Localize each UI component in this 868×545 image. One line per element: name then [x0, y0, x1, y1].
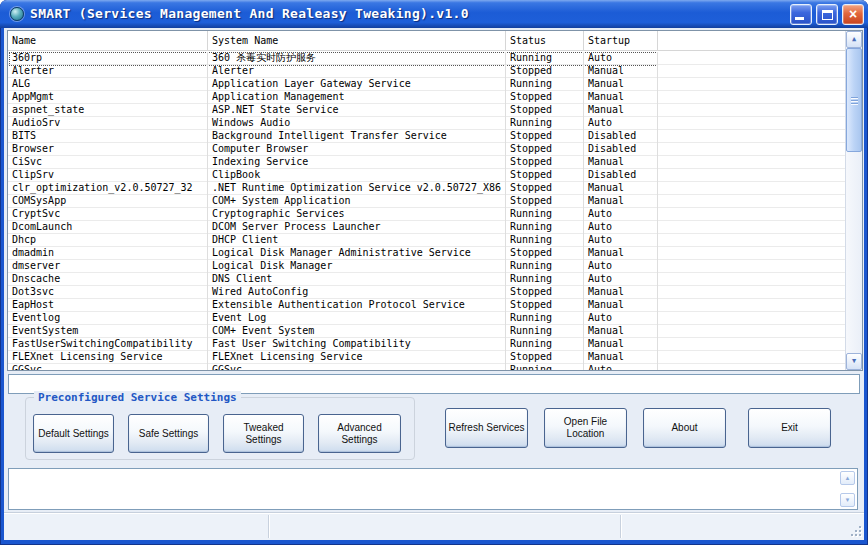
system-name-cell: ClipBook: [208, 169, 506, 181]
table-row[interactable]: EventlogEvent LogRunningAuto: [8, 312, 845, 325]
table-row[interactable]: ALGApplication Layer Gateway ServiceRunn…: [8, 78, 845, 91]
status-pane-2: [272, 513, 618, 540]
status-cell: Stopped: [506, 351, 584, 363]
service-name-cell: GGSvc: [8, 364, 208, 370]
system-name-cell: Indexing Service: [208, 156, 506, 168]
startup-cell: Manual: [584, 325, 658, 337]
table-row[interactable]: AlerterAlerterStoppedManual: [8, 65, 845, 78]
startup-cell: Manual: [584, 65, 658, 77]
startup-cell: Auto: [584, 221, 658, 233]
default-settings-button[interactable]: Default Settings: [33, 414, 114, 453]
table-row[interactable]: 360rp360 杀毒实时防护服务RunningAuto: [8, 52, 845, 65]
column-header-status[interactable]: Status: [506, 31, 584, 51]
table-row[interactable]: DnscacheDNS ClientRunningAuto: [8, 273, 845, 286]
app-icon[interactable]: [10, 7, 24, 21]
startup-cell: Manual: [584, 299, 658, 311]
service-name-cell: COMSysApp: [8, 195, 208, 207]
tweaked-settings-button[interactable]: Tweaked Settings: [223, 414, 304, 453]
advanced-settings-button[interactable]: Advanced Settings: [318, 414, 401, 453]
service-name-cell: Eventlog: [8, 312, 208, 324]
app-window: SMART (Services Management And Realeasy …: [0, 0, 868, 545]
scrollbar-thumb[interactable]: [846, 48, 862, 152]
table-row[interactable]: ClipSrvClipBookStoppedDisabled: [8, 169, 845, 182]
status-pane-1: [8, 513, 266, 540]
startup-cell: Auto: [584, 312, 658, 324]
system-name-cell: Logical Disk Manager: [208, 260, 506, 272]
table-row[interactable]: BrowserComputer BrowserStoppedDisabled: [8, 143, 845, 156]
system-name-cell: Logical Disk Manager Administrative Serv…: [208, 247, 506, 259]
table-row[interactable]: GGSvcGGSvcRunningAuto: [8, 364, 845, 370]
table-row[interactable]: clr_optimization_v2.0.50727_32.NET Runti…: [8, 182, 845, 195]
startup-cell: Manual: [584, 182, 658, 194]
column-gridline: [657, 52, 658, 370]
log-scroll-down-icon[interactable]: ▼: [840, 493, 855, 507]
status-pane-3: [624, 513, 844, 540]
status-cell: Stopped: [506, 91, 584, 103]
system-name-cell: DCOM Server Process Launcher: [208, 221, 506, 233]
system-name-cell: Cryptographic Services: [208, 208, 506, 220]
table-row[interactable]: DhcpDHCP ClientRunningAuto: [8, 234, 845, 247]
service-name-cell: FastUserSwitchingCompatibility: [8, 338, 208, 350]
vertical-scrollbar[interactable]: ▲ ▼: [845, 31, 862, 370]
status-cell: Stopped: [506, 169, 584, 181]
startup-cell: Manual: [584, 351, 658, 363]
table-row[interactable]: EapHostExtensible Authentication Protoco…: [8, 299, 845, 312]
startup-cell: Manual: [584, 338, 658, 350]
table-row[interactable]: CryptSvcCryptographic ServicesRunningAut…: [8, 208, 845, 221]
column-header-system-name[interactable]: System Name: [208, 31, 506, 51]
service-name-cell: Alerter: [8, 65, 208, 77]
table-row[interactable]: dmserverLogical Disk ManagerRunningAuto: [8, 260, 845, 273]
log-textbox[interactable]: ▲ ▼: [8, 468, 858, 510]
system-name-cell: Application Layer Gateway Service: [208, 78, 506, 90]
table-row[interactable]: Dot3svcWired AutoConfigStoppedManual: [8, 286, 845, 299]
service-name-cell: AudioSrv: [8, 117, 208, 129]
system-name-cell: ASP.NET State Service: [208, 104, 506, 116]
system-name-cell: Application Management: [208, 91, 506, 103]
table-row[interactable]: COMSysAppCOM+ System ApplicationStoppedM…: [8, 195, 845, 208]
exit-button[interactable]: Exit: [748, 408, 831, 448]
startup-cell: Manual: [584, 286, 658, 298]
table-row[interactable]: BITSBackground Intelligent Transfer Serv…: [8, 130, 845, 143]
startup-cell: Auto: [584, 234, 658, 246]
table-row[interactable]: EventSystemCOM+ Event SystemRunningManua…: [8, 325, 845, 338]
log-scroll-up-icon[interactable]: ▲: [840, 471, 855, 485]
status-cell: Stopped: [506, 286, 584, 298]
services-table: Name System Name Status Startup 360rp360…: [7, 30, 863, 371]
service-name-cell: BITS: [8, 130, 208, 142]
table-row[interactable]: FLEXnet Licensing ServiceFLEXnet Licensi…: [8, 351, 845, 364]
status-cell: Stopped: [506, 299, 584, 311]
status-cell: Stopped: [506, 130, 584, 142]
column-header-startup[interactable]: Startup: [584, 31, 658, 51]
startup-cell: Disabled: [584, 130, 658, 142]
scroll-up-icon[interactable]: ▲: [846, 31, 862, 48]
column-header-name[interactable]: Name: [8, 31, 208, 51]
status-cell: Running: [506, 234, 584, 246]
service-name-cell: EventSystem: [8, 325, 208, 337]
startup-cell: Manual: [584, 91, 658, 103]
system-name-cell: Wired AutoConfig: [208, 286, 506, 298]
system-name-cell: Fast User Switching Compatibility: [208, 338, 506, 350]
startup-cell: Manual: [584, 78, 658, 90]
minimize-button[interactable]: [790, 4, 812, 25]
scroll-down-icon[interactable]: ▼: [846, 353, 862, 370]
table-row[interactable]: dmadminLogical Disk Manager Administrati…: [8, 247, 845, 260]
table-row[interactable]: CiSvcIndexing ServiceStoppedManual: [8, 156, 845, 169]
title-bar[interactable]: SMART (Services Management And Realeasy …: [0, 0, 868, 28]
about-button[interactable]: About: [643, 408, 726, 448]
table-row[interactable]: aspnet_stateASP.NET State ServiceStopped…: [8, 104, 845, 117]
open-file-location-button[interactable]: Open File Location: [544, 408, 627, 448]
safe-settings-button[interactable]: Safe Settings: [128, 414, 209, 453]
table-row[interactable]: AppMgmtApplication ManagementStoppedManu…: [8, 91, 845, 104]
system-name-cell: COM+ System Application: [208, 195, 506, 207]
service-name-cell: Dhcp: [8, 234, 208, 246]
system-name-cell: COM+ Event System: [208, 325, 506, 337]
refresh-services-button[interactable]: Refresh Services: [445, 408, 528, 448]
window-title: SMART (Services Management And Realeasy …: [30, 0, 469, 28]
close-button[interactable]: ×: [842, 4, 864, 25]
table-row[interactable]: DcomLaunchDCOM Server Process LauncherRu…: [8, 221, 845, 234]
table-row[interactable]: AudioSrvWindows AudioRunningAuto: [8, 117, 845, 130]
system-name-cell: Background Intelligent Transfer Service: [208, 130, 506, 142]
maximize-button[interactable]: [816, 4, 838, 25]
table-row[interactable]: FastUserSwitchingCompatibilityFast User …: [8, 338, 845, 351]
resize-grip[interactable]: [849, 524, 861, 536]
